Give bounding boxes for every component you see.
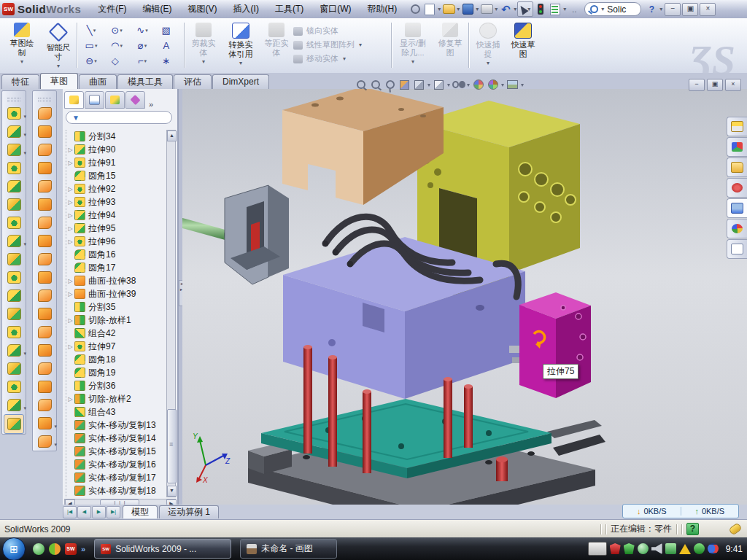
ribbon-tab[interactable]: 评估: [174, 74, 212, 89]
lofted-surface-icon[interactable]: ▾: [33, 159, 56, 177]
expand-arrow-icon[interactable]: ▷: [66, 212, 74, 219]
tree-item[interactable]: ▷ 实体-移动/复制16: [66, 458, 167, 471]
view-orientation-caret[interactable]: ▾: [427, 82, 430, 88]
surface-sketch-icon[interactable]: ▾: [33, 414, 56, 432]
intersect-icon[interactable]: ▾: [2, 305, 26, 323]
tree-item[interactable]: ▷ 拉伸91: [66, 156, 167, 169]
open-file-button[interactable]: [442, 3, 455, 15]
sketch-draw-button[interactable]: 草图绘 制▾: [4, 21, 39, 69]
hide-show-caret[interactable]: ▾: [467, 82, 470, 88]
start-button[interactable]: ⊞: [2, 537, 26, 560]
messenger-icon[interactable]: [33, 543, 44, 555]
scene-icon[interactable]: [487, 79, 499, 90]
tree-item[interactable]: ▷ 拉伸96: [66, 235, 167, 248]
tree-item[interactable]: ▷ 圆角17: [66, 261, 167, 274]
instant3d-icon[interactable]: ▾: [4, 414, 24, 434]
surface-spline-icon[interactable]: ▾: [33, 432, 56, 451]
tree-item[interactable]: ▷ 实体-移动/复制14: [66, 432, 167, 445]
zoom-in-out-icon[interactable]: [384, 79, 396, 90]
nozzle-clamp-part[interactable]: [182, 185, 289, 284]
polygon-icon[interactable]: ◇▾: [104, 53, 130, 69]
save-caret[interactable]: ▾: [476, 6, 479, 12]
taskbar-solidworks-window[interactable]: SW SolidWorks 2009 - ...: [94, 539, 231, 559]
new-file-caret[interactable]: ▾: [438, 6, 441, 12]
ribbon-tab[interactable]: 特征: [1, 74, 39, 89]
model-tab[interactable]: 模型: [123, 505, 158, 518]
model-assembly[interactable]: [182, 89, 747, 505]
camera-caret[interactable]: ▾: [521, 82, 524, 88]
expand-arrow-icon[interactable]: ▷: [66, 186, 74, 192]
appearances-tab[interactable]: [727, 219, 747, 238]
fillet-surface-icon[interactable]: ▾: [33, 341, 56, 359]
rectangle-icon[interactable]: ▭▾: [79, 38, 104, 53]
undo-caret[interactable]: ▾: [514, 6, 516, 12]
menu-item[interactable]: 插入(I): [227, 1, 266, 18]
section-view-icon[interactable]: [398, 79, 411, 90]
custom-properties-tab[interactable]: [727, 239, 747, 259]
expand-arrow-icon[interactable]: ▷: [66, 147, 74, 153]
tree-item[interactable]: ▷ 拉伸94: [66, 209, 167, 222]
help-button[interactable]: ?: [645, 3, 658, 15]
rapid-sketch-button[interactable]: 快速草 图: [506, 21, 540, 69]
options-button[interactable]: [549, 3, 562, 15]
revolved-surface-icon[interactable]: ▾: [33, 122, 56, 141]
motion-study-tab[interactable]: 运动算例 1: [159, 505, 219, 518]
swept-surface-icon[interactable]: ▾: [33, 141, 56, 159]
tree-item[interactable]: ▷ 拉伸93: [66, 195, 167, 209]
expand-arrow-icon[interactable]: ▷: [66, 278, 74, 284]
help-caret[interactable]: ▾: [659, 6, 662, 12]
knit-surface-icon[interactable]: ▾: [33, 268, 56, 287]
ribbon-tab[interactable]: 曲面: [79, 74, 117, 89]
side-block-part[interactable]: [519, 292, 591, 398]
tree-item[interactable]: ▷ 曲面-拉伸39: [66, 287, 167, 300]
tree-item[interactable]: ▷ 圆角18: [66, 353, 167, 366]
tree-item[interactable]: ▷ 组合42: [66, 327, 167, 340]
radiate-surface-icon[interactable]: ▾: [33, 250, 56, 268]
tree-item[interactable]: ▷ 分割35: [66, 300, 167, 314]
usb-tray-icon[interactable]: [665, 543, 676, 554]
sketch-fillet-icon[interactable]: ⌐▾: [130, 53, 155, 69]
expand-arrow-icon[interactable]: ▷: [66, 317, 74, 324]
draft-icon[interactable]: ▾: [2, 195, 26, 214]
tree-item[interactable]: ▷ 拉伸95: [66, 222, 167, 235]
toolbar-overflow-icon[interactable]: ..: [568, 3, 581, 15]
restore-button[interactable]: ▣: [682, 3, 698, 16]
tab-nav-button[interactable]: |◀: [63, 506, 77, 518]
split-icon[interactable]: ▾: [2, 268, 26, 287]
replace-face-icon[interactable]: ▾: [33, 378, 56, 396]
scroll-down-icon[interactable]: ▼: [167, 486, 177, 497]
ellipse-icon[interactable]: ⌀▾: [130, 38, 155, 53]
expand-arrow-icon[interactable]: ▷: [66, 343, 74, 350]
expand-arrow-icon[interactable]: ▷: [66, 225, 74, 232]
menu-item[interactable]: 文件(F): [91, 1, 133, 18]
extruded-surface-icon[interactable]: ▾: [33, 104, 56, 122]
health-tray-icon[interactable]: [694, 543, 705, 554]
thicken-icon[interactable]: ▾: [33, 287, 56, 305]
fillet-icon[interactable]: ▾: [2, 141, 26, 159]
convert-entities-button[interactable]: 转换实 体引用▾: [222, 21, 260, 69]
offset-surface-icon[interactable]: ▾: [33, 232, 56, 250]
doc-close-button[interactable]: ×: [725, 79, 741, 91]
select-tool-button[interactable]: ▾: [517, 1, 533, 17]
hole-wizard-icon[interactable]: ▾: [2, 214, 26, 232]
ribbon-tab[interactable]: DimXpert: [212, 74, 269, 89]
delete-face-icon[interactable]: ▾: [33, 359, 56, 378]
tab-nav-button[interactable]: ▶|: [107, 506, 120, 518]
tab-nav-button[interactable]: ◀: [77, 506, 91, 518]
menu-item[interactable]: 视图(V): [182, 1, 224, 18]
tree-vertical-scrollbar[interactable]: ▲ ▼: [166, 130, 176, 497]
slot-icon[interactable]: ⊖▾: [79, 53, 104, 69]
planar-surface-icon[interactable]: ▾: [33, 214, 56, 232]
quick-launch-chevron[interactable]: »: [81, 545, 85, 553]
toolbox-tab[interactable]: [727, 178, 747, 198]
tree-item[interactable]: ▷ 实体-移动/复制17: [66, 471, 167, 484]
menu-item[interactable]: 窗口(W): [313, 1, 357, 18]
doc-restore-button[interactable]: ▣: [707, 79, 723, 91]
expand-arrow-icon[interactable]: ▷: [66, 160, 74, 166]
move-copy-body-icon[interactable]: ▾: [2, 323, 26, 341]
featuremanager-tab[interactable]: [64, 91, 84, 109]
scroll-thumb[interactable]: [167, 409, 177, 483]
filled-surface-icon[interactable]: ▾: [33, 195, 56, 214]
ribbon-tab[interactable]: 模具工具: [117, 74, 173, 89]
tree-item[interactable]: ▷ 圆角15: [66, 169, 167, 182]
